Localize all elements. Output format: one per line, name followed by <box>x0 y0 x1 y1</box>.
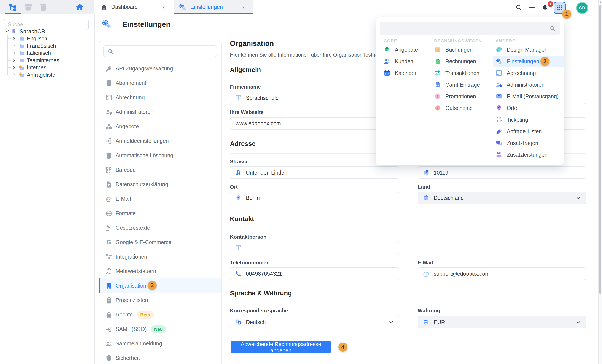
settings-menu-item-mehrwertsteuern[interactable]: Mehrwertsteuern <box>99 264 222 278</box>
launcher-item-rechnungen[interactable]: Rechnungen <box>432 55 491 67</box>
launcher-item-orte[interactable]: Orte <box>493 102 564 114</box>
settings-search[interactable] <box>103 45 217 57</box>
launcher-item-einstellungen[interactable]: Einstellungen <box>493 55 564 67</box>
tree-item-internes[interactable]: Internes <box>0 64 94 71</box>
email-field[interactable]: @ <box>418 268 586 280</box>
settings-menu-item-e-mail[interactable]: @E-Mail <box>99 192 222 206</box>
webseite-input[interactable] <box>235 120 394 127</box>
plz-field[interactable] <box>418 166 586 179</box>
chevron-right-icon[interactable] <box>12 51 16 55</box>
ort-input[interactable] <box>246 195 394 201</box>
launcher-item-kalender[interactable]: Kalender <box>381 67 430 79</box>
settings-menu-item-anmeldeeinstellungen[interactable]: Anmeldeeinstellungen <box>99 134 222 148</box>
land-value[interactable] <box>433 195 571 201</box>
tree-root-label: SprachCB <box>20 28 45 35</box>
settings-menu-item-administratoren[interactable]: Administratoren <box>99 105 222 119</box>
settings-menu-item-google-e-commerce[interactable]: GGoogle & E-Commerce <box>99 235 222 249</box>
korrespondenzsprache-select[interactable]: A <box>230 316 399 328</box>
settings-menu-item-abrechnung[interactable]: Abrechnung <box>99 90 222 105</box>
add-icon[interactable] <box>528 4 536 11</box>
settings-menu-item-abonnement[interactable]: Abonnement <box>99 76 222 90</box>
strasse-input[interactable] <box>246 169 394 176</box>
settings-menu-item-präsenzlisten[interactable]: Präsenzlisten <box>99 293 222 307</box>
tree-item-teaminternes[interactable]: Teaminternes <box>0 57 94 64</box>
settings-menu-item-automatische-löschung[interactable]: Automatische Löschung <box>99 148 222 163</box>
tree-view-icon[interactable] <box>8 3 17 12</box>
ort-field[interactable] <box>230 192 399 204</box>
settings-menu-item-angebote[interactable]: Angebote <box>99 119 222 134</box>
settings-menu-item-organisation[interactable]: Organisation <box>99 278 222 293</box>
chevron-right-icon[interactable] <box>12 73 16 77</box>
global-search-icon[interactable] <box>515 4 522 11</box>
archive-icon[interactable] <box>24 3 33 12</box>
svg-text:$: $ <box>437 106 438 110</box>
settings-menu-item-rechte[interactable]: RechteBeta <box>99 307 222 322</box>
kontaktperson-field[interactable]: T <box>230 242 399 254</box>
settings-menu-item-datenschutzerklärung[interactable]: Datenschutzerklärung <box>99 177 222 192</box>
telefonnummer-field[interactable] <box>230 268 399 280</box>
chevron-right-icon[interactable] <box>12 37 16 40</box>
launcher-search-input[interactable] <box>384 23 545 34</box>
tree-item-französisch[interactable]: Französisch <box>0 42 94 50</box>
scrollbar-thumb[interactable] <box>599 5 601 294</box>
launcher-item-promotionen[interactable]: $Promotionen <box>432 91 491 102</box>
launcher-item-zusatzleistungen[interactable]: Zusatzleistungen <box>493 149 564 161</box>
telefonnummer-input[interactable] <box>246 270 394 277</box>
settings-menu-item-sammelanmeldung[interactable]: Sammelanmeldung <box>99 336 222 351</box>
waehrung-value[interactable] <box>433 319 571 326</box>
settings-menu-item-saml-sso[interactable]: SAML (SSO)Neu <box>99 322 222 336</box>
trash-icon[interactable] <box>39 3 48 12</box>
chevron-down-icon[interactable] <box>5 29 10 33</box>
chevron-right-icon[interactable] <box>12 59 16 62</box>
land-select[interactable] <box>418 192 586 204</box>
scrollbar[interactable] <box>598 0 602 364</box>
launcher-item-kunden[interactable]: Kunden <box>381 55 430 67</box>
tree-item-englisch[interactable]: Englisch <box>0 35 94 42</box>
close-icon[interactable] <box>241 5 246 10</box>
receipt-icon <box>105 79 113 87</box>
settings-menu-item-api-zugangsverwaltung[interactable]: API Zugangsverwaltung <box>99 61 222 76</box>
launcher-item-camt-einträge[interactable]: Camt Einträge <box>432 79 491 91</box>
scrollbar-up-arrow[interactable] <box>599 1 602 3</box>
menu-item-label: Gesetzestexte <box>116 225 150 231</box>
settings-menu-item-barcode[interactable]: Barcode <box>99 163 222 177</box>
tab-dashboard[interactable]: Dashboard <box>94 0 173 14</box>
webseite-field[interactable] <box>230 117 399 130</box>
launcher-search[interactable] <box>380 22 560 35</box>
close-icon[interactable] <box>161 5 166 10</box>
tab-einstellungen[interactable]: Einstellungen <box>173 0 253 14</box>
email-input[interactable] <box>433 270 581 277</box>
settings-menu-item-gesetzestexte[interactable]: Gesetzestexte <box>99 221 222 235</box>
chevron-down-icon <box>388 319 394 325</box>
launcher-item-abrechnung[interactable]: Abrechnung <box>493 67 564 79</box>
korrespondenzsprache-value[interactable] <box>246 319 384 326</box>
abweichende-rechnungsadresse-button[interactable]: Abweichende Rechnungsadresse angeben <box>231 341 331 353</box>
launcher-item-design-manager[interactable]: Design Manager <box>493 44 564 55</box>
avatar[interactable]: CB <box>576 2 588 14</box>
launcher-item-angebote[interactable]: Angebote <box>381 44 430 55</box>
launcher-item-gutscheine[interactable]: $Gutscheine <box>432 102 491 114</box>
plz-input[interactable] <box>433 169 581 176</box>
firmenname-input[interactable] <box>246 95 394 101</box>
strasse-field[interactable] <box>230 166 399 179</box>
chevron-right-icon[interactable] <box>12 44 16 48</box>
firmenname-field[interactable]: T <box>230 92 399 104</box>
launcher-item-buchungen[interactable]: Buchungen <box>432 44 491 55</box>
launcher-item-transaktionen[interactable]: Transaktionen <box>432 67 491 79</box>
tree-item-anfrageliste[interactable]: Anfrageliste <box>0 71 94 79</box>
kontaktperson-input[interactable] <box>246 245 394 251</box>
chevron-right-icon[interactable] <box>12 66 16 69</box>
tree-root-sprachcb[interactable]: SprachCB <box>0 28 94 35</box>
home-icon[interactable] <box>75 3 84 12</box>
launcher-item-zusatzfragen[interactable]: Zusatzfragen <box>493 137 564 149</box>
tree-item-italienisch[interactable]: Italienisch <box>0 49 94 57</box>
settings-search-input[interactable] <box>116 46 212 57</box>
launcher-item-ticketing[interactable]: Ticketing <box>493 114 564 126</box>
settings-menu-item-formate[interactable]: Formate <box>99 206 222 221</box>
settings-menu-item-sicherheit[interactable]: Sicherheit <box>99 351 222 364</box>
launcher-item-anfrage-listen[interactable]: Anfrage-Listen <box>493 126 564 137</box>
launcher-item-e-mail-postausgang[interactable]: E-Mail (Postausgang) <box>493 91 564 102</box>
waehrung-select[interactable] <box>418 316 586 328</box>
launcher-item-administratoren[interactable]: Administratoren <box>493 79 564 91</box>
settings-menu-item-integrationen[interactable]: Integrationen <box>99 249 222 264</box>
